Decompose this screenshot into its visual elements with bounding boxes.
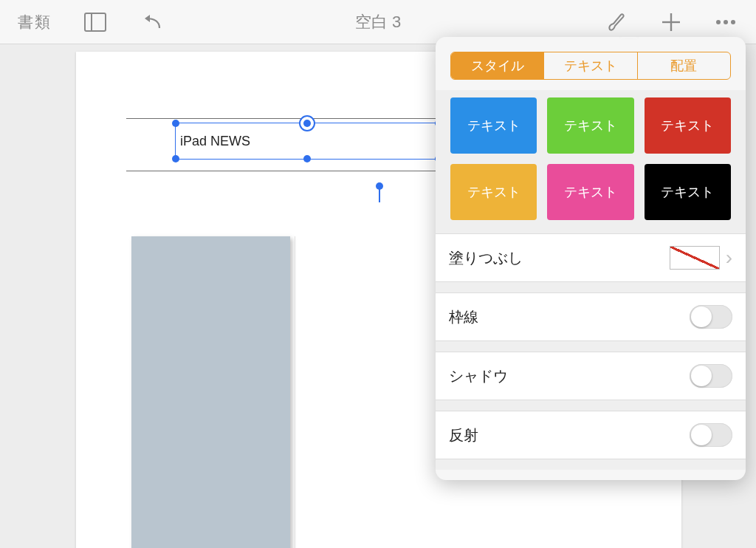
plus-icon xyxy=(661,12,681,32)
toolbar-left-group: 書類 xyxy=(18,10,164,35)
insertion-caret xyxy=(379,189,380,202)
border-toggle[interactable] xyxy=(690,305,732,329)
format-button[interactable] xyxy=(604,10,629,35)
textbox-text: iPad NEWS xyxy=(180,134,250,149)
svg-point-6 xyxy=(731,20,735,24)
selected-textbox[interactable]: iPad NEWS xyxy=(175,123,439,160)
style-swatches: テキスト テキスト テキスト テキスト テキスト テキスト xyxy=(436,90,746,233)
documents-button[interactable]: 書類 xyxy=(18,12,52,32)
svg-point-5 xyxy=(724,20,728,24)
placeholder-shape[interactable] xyxy=(131,236,290,548)
fill-preview-none[interactable] xyxy=(670,246,720,270)
popover-arrow xyxy=(620,37,638,38)
undo-button[interactable] xyxy=(139,10,164,35)
view-options-button[interactable] xyxy=(83,10,108,35)
svg-point-4 xyxy=(716,20,721,24)
chevron-right-icon: › xyxy=(726,246,732,270)
fill-label: 塗りつぶし xyxy=(449,248,523,268)
resize-handle-tl[interactable] xyxy=(172,120,179,127)
shadow-label: シャドウ xyxy=(449,366,508,386)
reflection-row[interactable]: 反射 xyxy=(436,411,746,459)
swatch-black[interactable]: テキスト xyxy=(645,164,731,220)
swatch-red[interactable]: テキスト xyxy=(645,97,731,154)
swatch-green[interactable]: テキスト xyxy=(547,97,633,154)
tab-text[interactable]: テキスト xyxy=(543,52,636,79)
format-tabs: スタイル テキスト 配置 xyxy=(450,52,731,80)
shadow-row[interactable]: シャドウ xyxy=(436,352,746,400)
tab-arrange[interactable]: 配置 xyxy=(637,52,730,79)
shadow-toggle[interactable] xyxy=(690,364,732,388)
add-button[interactable] xyxy=(659,10,684,35)
svg-rect-0 xyxy=(85,13,106,31)
resize-handle-bm[interactable] xyxy=(303,155,311,162)
resize-handle-bl[interactable] xyxy=(172,155,179,162)
reflection-label: 反射 xyxy=(449,425,478,445)
more-button[interactable] xyxy=(713,10,738,35)
fill-row[interactable]: 塗りつぶし › xyxy=(436,233,746,282)
swatch-pink[interactable]: テキスト xyxy=(547,164,633,220)
toolbar-right-group xyxy=(604,10,738,35)
tab-style[interactable]: スタイル xyxy=(451,52,543,79)
layout-icon xyxy=(84,13,106,32)
format-popover: スタイル テキスト 配置 テキスト テキスト テキスト テキスト テキスト テキ… xyxy=(436,37,746,480)
ellipsis-icon xyxy=(715,18,737,26)
border-row[interactable]: 枠線 xyxy=(436,292,746,341)
column-guide xyxy=(295,236,295,548)
swatch-blue[interactable]: テキスト xyxy=(450,97,537,154)
paintbrush-icon xyxy=(605,12,628,32)
undo-icon xyxy=(140,13,162,31)
resize-handle-tm[interactable] xyxy=(303,120,311,127)
swatch-yellow[interactable]: テキスト xyxy=(450,164,537,220)
reflection-toggle[interactable] xyxy=(690,423,732,447)
border-label: 枠線 xyxy=(449,307,478,327)
